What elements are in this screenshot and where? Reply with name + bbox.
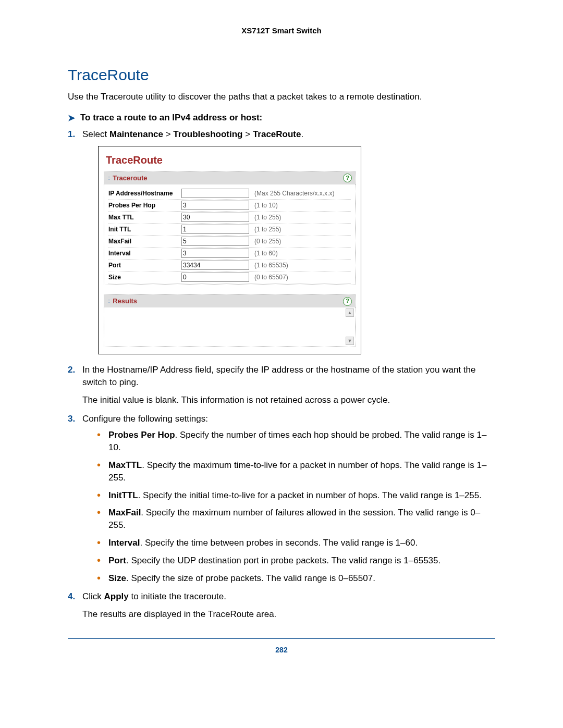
step1-b1: Maintenance	[109, 129, 163, 139]
row-interval: Interval (1 to 60)	[108, 248, 351, 260]
grip-icon: ::	[107, 297, 109, 305]
footer: 282	[68, 638, 495, 655]
input-probes[interactable]	[181, 201, 249, 210]
step4-b: Apply	[104, 591, 129, 601]
lbl-initttl: Init TTL	[108, 225, 181, 234]
page: XS712T Smart Switch TraceRoute Use the T…	[0, 0, 563, 728]
hint-probes: (1 to 10)	[249, 201, 351, 210]
input-maxttl[interactable]	[181, 213, 249, 222]
lbl-maxttl: Max TTL	[108, 213, 181, 222]
panel-head-results: :: Results ?	[104, 294, 356, 307]
help-icon[interactable]: ?	[343, 297, 352, 306]
scroll-up-icon[interactable]: ▲	[346, 309, 354, 317]
help-icon[interactable]: ?	[343, 174, 352, 182]
lbl-probes: Probes Per Hop	[108, 201, 181, 210]
step2-para: The initial value is blank. This informa…	[82, 394, 495, 406]
bullet-initttl: InitTTL. Specify the initial time-to-liv…	[97, 489, 495, 502]
lbl-maxfail: MaxFail	[108, 237, 181, 246]
panel-title-traceroute: Traceroute	[113, 174, 343, 183]
task-arrow-icon: ➤	[68, 113, 75, 124]
step1-b2: Troubleshooting	[173, 129, 242, 139]
hint-interval: (1 to 60)	[249, 249, 351, 258]
input-initttl[interactable]	[181, 225, 249, 234]
lbl-port: Port	[108, 261, 181, 270]
lbl-interval: Interval	[108, 249, 181, 258]
bullet-size: Size. Specify the size of probe packets.…	[97, 572, 495, 585]
bullet-probes: Probes Per Hop. Specify the number of ti…	[97, 429, 495, 454]
input-interval[interactable]	[181, 249, 249, 258]
bullet-interval: Interval. Specify the time between probe…	[97, 537, 495, 549]
step2-text: In the Hostname/IP Address field, specif…	[82, 365, 475, 387]
input-maxfail[interactable]	[181, 237, 249, 246]
step3-bullets: Probes Per Hop. Specify the number of ti…	[97, 429, 495, 584]
grip-icon: ::	[107, 174, 109, 182]
section-title: TraceRoute	[68, 66, 495, 84]
hint-ip: (Max 255 Characters/x.x.x.x)	[249, 189, 351, 198]
row-size: Size (0 to 65507)	[108, 272, 351, 283]
step1-b3: TraceRoute	[253, 129, 301, 139]
panel-title-results: Results	[113, 297, 343, 306]
step-3: Configure the following settings: Probes…	[68, 413, 495, 585]
step4-prefix: Click	[82, 591, 104, 601]
step1-gt1: >	[163, 129, 173, 139]
scroll-down-icon[interactable]: ▼	[346, 337, 354, 345]
results-body: ▲ ▼	[104, 307, 356, 347]
step1-suffix: .	[301, 129, 303, 139]
step3-text: Configure the following settings:	[82, 414, 208, 424]
task-heading: ➤ To trace a route to an IPv4 address or…	[68, 113, 495, 124]
row-port: Port (1 to 65535)	[108, 260, 351, 272]
row-initttl: Init TTL (1 to 255)	[108, 224, 351, 236]
hint-port: (1 to 65535)	[249, 261, 351, 270]
intro-text: Use the Traceroute utility to discover t…	[68, 91, 495, 103]
step-1: Select Maintenance > Troubleshooting > T…	[68, 128, 495, 354]
shot-title: TraceRoute	[106, 153, 356, 167]
hint-maxttl: (1 to 255)	[249, 213, 351, 222]
hint-maxfail: (0 to 255)	[249, 237, 351, 246]
lbl-size: Size	[108, 273, 181, 282]
lbl-ip: IP Address/Hostname	[108, 189, 181, 198]
task-title: To trace a route to an IPv4 address or h…	[80, 113, 262, 123]
hint-size: (0 to 65507)	[249, 273, 351, 282]
bullet-maxttl: MaxTTL. Specify the maximum time-to-live…	[97, 459, 495, 484]
hint-initttl: (1 to 255)	[249, 225, 351, 234]
step4-para: The results are displayed in the TraceRo…	[82, 608, 495, 621]
traceroute-screenshot: TraceRoute :: Traceroute ? IP Address/Ho…	[98, 146, 361, 354]
input-port[interactable]	[181, 261, 249, 270]
row-maxfail: MaxFail (0 to 255)	[108, 236, 351, 248]
bullet-port: Port. Specify the UDP destination port i…	[97, 554, 495, 567]
row-ip: IP Address/Hostname (Max 255 Characters/…	[108, 188, 351, 200]
step1-prefix: Select	[82, 129, 109, 139]
input-ip[interactable]	[181, 189, 249, 198]
page-number: 282	[275, 646, 287, 654]
input-size[interactable]	[181, 273, 249, 282]
traceroute-form: IP Address/Hostname (Max 255 Characters/…	[104, 184, 356, 285]
step-4: Click Apply to initiate the traceroute. …	[68, 590, 495, 621]
steps-list: Select Maintenance > Troubleshooting > T…	[68, 128, 495, 621]
bullet-maxfail: MaxFail. Specify the maximum number of f…	[97, 507, 495, 532]
step-2: In the Hostname/IP Address field, specif…	[68, 364, 495, 406]
panel-head-traceroute: :: Traceroute ?	[104, 171, 356, 184]
step4-suffix: to initiate the traceroute.	[129, 591, 226, 601]
row-maxttl: Max TTL (1 to 255)	[108, 212, 351, 224]
step1-gt2: >	[243, 129, 253, 139]
doc-header: XS712T Smart Switch	[68, 26, 495, 35]
row-probes: Probes Per Hop (1 to 10)	[108, 200, 351, 212]
